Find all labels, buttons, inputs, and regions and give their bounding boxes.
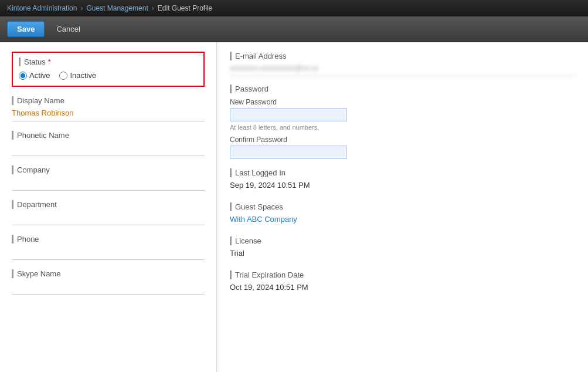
status-inactive-option[interactable]: Inactive [59,71,96,80]
phone-label: Phone [12,235,205,244]
status-label: Status * [19,58,198,66]
last-logged-in-section: Last Logged In Sep 19, 2024 10:51 PM [230,168,576,194]
company-value [12,177,205,191]
guest-spaces-section: Guest Spaces With ABC Company [230,202,576,228]
guest-spaces-label: Guest Spaces [230,202,576,211]
confirm-password-input[interactable] [230,146,347,159]
display-name-value: Thomas Robinson [12,107,205,121]
breadcrumb-guest-mgmt[interactable]: Guest Management [86,4,148,12]
license-label: License [230,236,576,245]
password-section: Password New Password At least 8 letters… [230,84,576,160]
save-button[interactable]: Save [7,21,45,37]
phonetic-name-section: Phonetic Name [12,131,205,156]
status-inactive-label: Inactive [70,71,96,80]
email-value: xxxxxxxx.xxxxxxxxxx@xx.xx [230,63,576,76]
company-label: Company [12,165,205,174]
trial-expiration-label: Trial Expiration Date [230,270,576,279]
status-radio-group: Active Inactive [19,71,198,80]
email-label: E-mail Address [230,52,576,60]
toolbar: Save Cancel [0,16,588,42]
status-active-label: Active [29,71,50,80]
phonetic-name-label: Phonetic Name [12,131,205,140]
right-panel: E-mail Address xxxxxxxx.xxxxxxxxxx@xx.xx… [218,42,588,372]
last-logged-in-value: Sep 19, 2024 10:51 PM [230,180,576,194]
breadcrumb: Kintone Administration › Guest Managemen… [0,0,588,16]
status-section: Status * Active Inactive [12,52,205,87]
guest-spaces-value[interactable]: With ABC Company [230,214,576,228]
password-label: Password [230,84,576,93]
breadcrumb-kintone-admin[interactable]: Kintone Administration [7,4,77,12]
last-logged-in-label: Last Logged In [230,168,576,177]
breadcrumb-sep-2: › [152,4,154,12]
display-name-label: Display Name [12,96,205,105]
phonetic-name-value [12,142,205,156]
trial-expiration-value: Oct 19, 2024 10:51 PM [230,282,576,296]
new-password-label: New Password [230,98,576,106]
skype-name-value [12,280,205,295]
phone-value [12,246,205,260]
phone-section: Phone [12,235,205,260]
trial-expiration-section: Trial Expiration Date Oct 19, 2024 10:51… [230,270,576,296]
department-section: Department [12,200,205,225]
cancel-button[interactable]: Cancel [50,22,86,36]
left-panel: Status * Active Inactive Display Name Th… [0,42,217,372]
breadcrumb-edit-guest: Edit Guest Profile [158,4,212,12]
required-star: * [48,58,51,66]
email-section: E-mail Address xxxxxxxx.xxxxxxxxxx@xx.xx [230,52,576,76]
company-section: Company [12,165,205,191]
department-value [12,211,205,225]
display-name-section: Display Name Thomas Robinson [12,96,205,121]
license-value: Trial [230,248,576,262]
password-hint: At least 8 letters, and numbers. [230,124,576,131]
breadcrumb-sep-1: › [80,4,83,12]
new-password-input[interactable] [230,108,347,121]
license-section: License Trial [230,236,576,262]
status-inactive-radio[interactable] [59,72,67,80]
department-label: Department [12,200,205,209]
status-active-radio[interactable] [19,72,27,80]
main-content: Status * Active Inactive Display Name Th… [0,42,588,372]
status-active-option[interactable]: Active [19,71,50,80]
skype-name-label: Skype Name [12,269,205,278]
skype-name-section: Skype Name [12,269,205,295]
confirm-password-label: Confirm Password [230,136,576,144]
